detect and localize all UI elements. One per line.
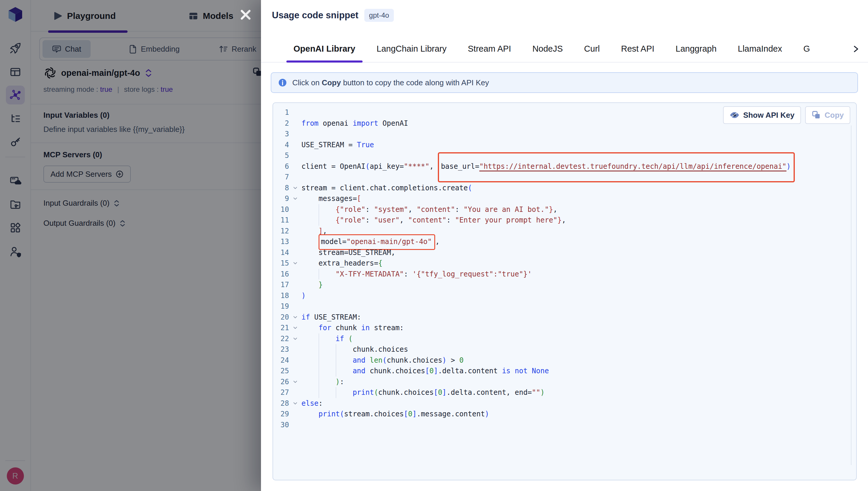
indent-guide — [318, 366, 319, 376]
code-content: 12from openai import OpenAI34USE_STREAM … — [273, 107, 847, 430]
modal-tab-stream-api[interactable]: Stream API — [468, 35, 511, 62]
code-line: 19 — [273, 301, 847, 312]
modal-tab-label: Stream API — [468, 44, 511, 54]
code-line: 22if ( — [273, 334, 847, 344]
modal-tab-langchain-library[interactable]: LangChain Library — [377, 35, 447, 62]
fold-gutter — [289, 409, 302, 420]
modal-title: Usage code snippet — [272, 10, 358, 21]
code-text: if USE_STREAM: — [302, 312, 847, 323]
code-text: model="openai-main/gpt-4o", — [302, 236, 847, 247]
indent-guide — [336, 344, 336, 355]
fold-gutter — [289, 129, 302, 140]
line-number: 24 — [273, 355, 289, 366]
code-line: 17} — [273, 280, 847, 290]
code-text: ): — [302, 376, 847, 387]
indent-guide — [318, 269, 319, 280]
code-scrollbar[interactable] — [851, 125, 851, 465]
modal-tab-langgraph[interactable]: Langgraph — [675, 35, 717, 62]
code-editor[interactable]: Show API Key Copy 12from openai import O… — [273, 103, 857, 480]
fold-gutter — [289, 280, 302, 290]
indent-guide — [318, 334, 319, 344]
fold-chevron-icon[interactable] — [289, 193, 302, 204]
code-text: client = OpenAI(api_key="****", base_url… — [302, 161, 847, 172]
indent-guide — [318, 387, 319, 398]
code-text: extra_headers={ — [302, 258, 847, 269]
code-text — [302, 301, 847, 312]
indent-guide — [318, 215, 319, 226]
code-text: print(stream.choices[0].message.content) — [302, 409, 847, 420]
line-number: 5 — [273, 150, 289, 161]
indent-guide — [318, 204, 319, 215]
line-number: 30 — [273, 420, 289, 431]
line-number: 17 — [273, 280, 289, 290]
fold-gutter — [289, 161, 302, 172]
fold-gutter — [289, 140, 302, 150]
fold-chevron-icon[interactable] — [289, 183, 302, 194]
modal-backdrop[interactable] — [0, 0, 261, 491]
fold-chevron-icon[interactable] — [289, 376, 302, 387]
fold-gutter — [289, 118, 302, 129]
line-number: 8 — [273, 183, 289, 194]
modal-tab-label: NodeJS — [532, 44, 563, 54]
tabs-scroll-right-button[interactable] — [851, 35, 860, 63]
fold-gutter — [289, 172, 302, 183]
fold-chevron-icon[interactable] — [289, 258, 302, 269]
fold-gutter — [289, 301, 302, 312]
indent-guide — [336, 387, 336, 398]
code-line: 11{"role": "user", "content": "Enter you… — [273, 215, 847, 226]
code-line: 20if USE_STREAM: — [273, 312, 847, 323]
line-number: 21 — [273, 322, 289, 334]
copy-code-button[interactable]: Copy — [805, 106, 850, 124]
line-number: 7 — [273, 172, 289, 183]
fold-chevron-icon[interactable] — [289, 398, 302, 409]
code-line: 23chunk.choices — [273, 344, 847, 355]
fold-gutter — [289, 269, 302, 280]
line-number: 25 — [273, 366, 289, 376]
line-number: 15 — [273, 258, 289, 269]
copy-icon — [812, 110, 821, 120]
line-number: 23 — [273, 344, 289, 355]
line-number: 10 — [273, 204, 289, 215]
modal-tab-label: Rest API — [621, 44, 654, 54]
code-line: 8stream = client.chat.completions.create… — [273, 183, 847, 194]
code-line: 24and len(chunk.choices) > 0 — [273, 355, 847, 366]
fold-gutter — [289, 420, 302, 431]
fold-chevron-icon[interactable] — [289, 312, 302, 323]
fold-gutter — [289, 215, 302, 226]
indent-guide — [318, 376, 319, 387]
code-line: 10{"role": "system", "content": "You are… — [273, 204, 847, 215]
modal-tab-g[interactable]: G — [803, 35, 810, 62]
close-button[interactable] — [237, 6, 254, 23]
line-number: 13 — [273, 236, 289, 247]
info-icon — [278, 78, 287, 87]
code-text: ) — [302, 290, 847, 301]
fold-gutter — [289, 226, 302, 237]
fold-gutter — [289, 150, 302, 161]
modal-tab-rest-api[interactable]: Rest API — [621, 35, 654, 62]
modal-tab-openai-library[interactable]: OpenAI Library — [293, 35, 356, 62]
show-api-key-button[interactable]: Show API Key — [723, 106, 801, 124]
indent-guide — [336, 366, 336, 376]
line-number: 18 — [273, 290, 289, 301]
fold-gutter — [289, 107, 302, 118]
line-number: 26 — [273, 376, 289, 387]
fold-chevron-icon[interactable] — [289, 322, 302, 334]
indent-guide — [318, 355, 319, 366]
code-line: 13model="openai-main/gpt-4o", — [273, 236, 847, 247]
modal-tab-curl[interactable]: Curl — [584, 35, 599, 62]
modal-tab-label: Curl — [584, 44, 599, 54]
code-text: stream=USE_STREAM, — [302, 247, 847, 258]
modal-tab-nodejs[interactable]: NodeJS — [532, 35, 563, 62]
code-text: and chunk.choices[0].delta.content is no… — [302, 366, 847, 376]
code-line: 21for chunk in stream: — [273, 322, 847, 334]
code-language-tabs: OpenAI LibraryLangChain LibraryStream AP… — [261, 35, 868, 63]
modal-tab-llamaindex[interactable]: LlamaIndex — [738, 35, 782, 62]
line-number: 29 — [273, 409, 289, 420]
code-text: chunk.choices — [302, 344, 847, 355]
code-text — [302, 420, 847, 431]
code-line: 3 — [273, 129, 847, 140]
line-number: 14 — [273, 247, 289, 258]
fold-gutter — [289, 204, 302, 215]
usage-code-snippet-modal: Usage code snippet gpt-4o OpenAI Library… — [261, 0, 868, 491]
fold-chevron-icon[interactable] — [289, 334, 302, 344]
